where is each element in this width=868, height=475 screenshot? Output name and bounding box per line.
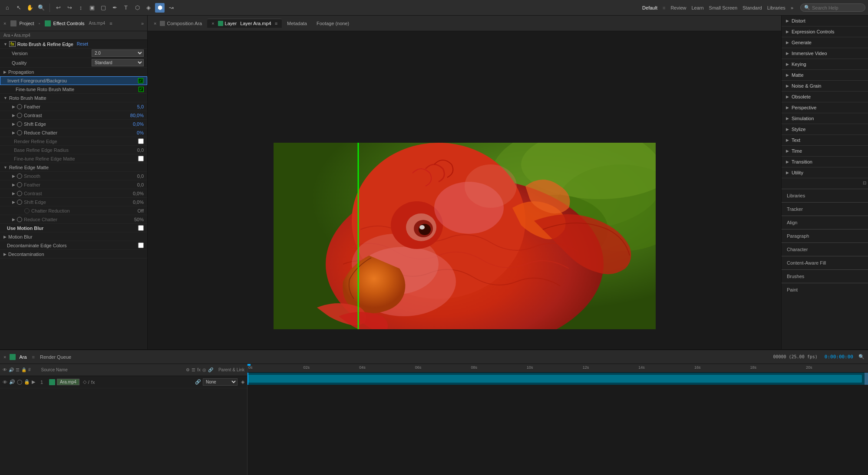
right-brushes[interactable]: Brushes (782, 272, 868, 281)
roto-matte-chevron[interactable]: ▼ (3, 96, 7, 100)
utility-section[interactable]: ▶ Utility (782, 167, 868, 178)
bt-audio-icon[interactable]: 🔊 (9, 367, 14, 372)
reset-button[interactable]: Reset (77, 42, 88, 46)
feather-cycle-icon[interactable] (17, 104, 22, 109)
workspace-learn[interactable]: Learn (691, 5, 703, 10)
layer-solo-btn[interactable]: ◇ (83, 379, 86, 385)
contrast2-chevron[interactable]: ▶ (12, 191, 15, 196)
right-tracker[interactable]: Tracker (782, 204, 868, 214)
workspace-libraries[interactable]: Libraries (767, 5, 785, 10)
bt-solo-icon[interactable]: ☰ (16, 367, 20, 372)
invert-row[interactable]: Invert Foreground/Backgrou ✓ (0, 76, 147, 85)
reduce-chatter-chevron[interactable]: ▶ (12, 131, 15, 135)
bt-mode-icon[interactable]: ☰ (191, 367, 195, 372)
finetune-checkbox[interactable]: ✓ (139, 87, 144, 92)
matte-section[interactable]: ▶ Matte (782, 70, 868, 81)
immersive-video-section[interactable]: ▶ Immersive Video (782, 48, 868, 59)
search-input[interactable] (812, 5, 860, 10)
generate-section[interactable]: ▶ Generate (782, 37, 868, 48)
workspace-review[interactable]: Review (670, 5, 686, 10)
right-libraries[interactable]: Libraries (782, 191, 868, 200)
ec-menu[interactable]: ≡ (109, 21, 112, 26)
effect-controls-tab[interactable]: Effect Controls (53, 21, 85, 26)
feather2-chevron[interactable]: ▶ (12, 183, 15, 187)
roto-icon active[interactable]: ⬢ (155, 3, 165, 13)
render-refine-checkbox[interactable] (138, 138, 144, 144)
smooth-chevron[interactable]: ▶ (12, 174, 15, 178)
smooth-cycle-icon[interactable] (17, 174, 22, 179)
bt-motion-icon[interactable]: ◎ (202, 367, 206, 372)
expression-controls-section[interactable]: ▶ Expression Controls (782, 26, 868, 37)
transition-section[interactable]: ▶ Transition (782, 157, 868, 167)
panel-expand[interactable]: » (141, 21, 144, 26)
shift-edge-cycle-icon[interactable] (17, 121, 22, 127)
search-box[interactable]: 🔍 (800, 3, 865, 12)
workspace-default[interactable]: Default (642, 5, 657, 10)
eraser-icon[interactable]: ◈ (144, 3, 153, 13)
layer-solo[interactable]: ◯ (17, 379, 22, 385)
project-tab[interactable]: Project (19, 21, 34, 26)
layer-name-box[interactable]: Ara.mp4 (57, 379, 79, 385)
zoom-icon[interactable]: 🔍 (36, 3, 46, 13)
feather-value[interactable]: 5,0 (118, 104, 144, 109)
bt-tab-render-queue[interactable]: Render Queue (40, 354, 71, 360)
shift-edge2-value[interactable]: 0,0% (118, 200, 144, 205)
bt-label-icon[interactable]: # (28, 367, 31, 372)
feather2-cycle-icon[interactable] (17, 182, 22, 187)
distort-section[interactable]: ▶ Distort (782, 16, 868, 26)
bt-fx-icon[interactable]: fx (197, 367, 201, 372)
reduce-chatter2-chevron[interactable]: ▶ (12, 217, 15, 222)
shape-icon[interactable]: ▢ (99, 3, 108, 13)
time-section[interactable]: ▶ Time (782, 146, 868, 157)
layer-link-icon[interactable]: 🔗 (195, 379, 201, 385)
text-section[interactable]: ▶ Text (782, 135, 868, 146)
bt-lock-icon[interactable]: 🔒 (21, 367, 26, 372)
tab-layer[interactable]: × Layer Layer Ara.mp4 ≡ (207, 19, 282, 28)
decontaminate-checkbox[interactable] (138, 242, 144, 248)
keying-section[interactable]: ▶ Keying (782, 59, 868, 70)
propagation-chevron[interactable]: ▶ (3, 70, 7, 74)
right-content-aware[interactable]: Content-Aware Fill (782, 258, 868, 268)
layer-eye[interactable]: 👁 (3, 380, 7, 385)
smooth-value[interactable]: 0,0 (118, 174, 144, 179)
base-refine-value[interactable]: 0,0 (118, 147, 144, 153)
bt-tab-ara[interactable]: Ara (19, 354, 26, 360)
use-motion-blur-checkbox[interactable] (138, 225, 144, 231)
motion-blur-chevron[interactable]: ▶ (3, 235, 7, 239)
layer-motion-btn[interactable]: fx (91, 380, 95, 385)
chatter-reduction-value[interactable]: Off (118, 208, 144, 213)
contrast-cycle-icon[interactable] (17, 113, 22, 118)
contrast2-cycle-icon[interactable] (17, 191, 22, 196)
undo-icon[interactable]: ↩ (53, 3, 63, 13)
transform-icon[interactable]: ↕ (76, 3, 86, 13)
comp-close[interactable]: × (154, 21, 156, 26)
reduce-chatter2-cycle-icon[interactable] (17, 217, 22, 222)
project-close[interactable]: × (3, 21, 6, 26)
feather-chevron[interactable]: ▶ (12, 105, 15, 109)
mask-icon[interactable]: ▣ (87, 3, 97, 13)
bt-switches-icon[interactable]: ⚙ (186, 367, 190, 372)
version-select[interactable]: 2.0 1.0 (92, 49, 144, 57)
noise-grain-section[interactable]: ▶ Noise & Grain (782, 81, 868, 92)
layer-expand[interactable]: ▶ (32, 379, 39, 385)
contrast-chevron[interactable]: ▶ (12, 113, 15, 118)
right-character[interactable]: Character (782, 245, 868, 254)
layer-lock[interactable]: 🔒 (24, 379, 30, 385)
refine-matte-chevron[interactable]: ▼ (3, 165, 7, 170)
tab-footage[interactable]: Footage (none) (312, 19, 353, 28)
reduce-chatter2-value[interactable]: 50% (118, 217, 144, 222)
layer-audio[interactable]: 🔊 (9, 379, 15, 385)
tab-metadata[interactable]: Metadata (283, 19, 311, 28)
shift-edge-chevron[interactable]: ▶ (12, 122, 15, 126)
right-align[interactable]: Align (782, 218, 868, 227)
reduce-chatter-cycle-icon[interactable] (17, 130, 22, 135)
shift-edge2-cycle-icon[interactable] (17, 200, 22, 205)
invert-checkbox[interactable]: ✓ (138, 78, 143, 83)
workspace-smallscreen[interactable]: Small Screen (709, 5, 737, 10)
contrast2-value[interactable]: 0,0% (118, 191, 144, 196)
home-icon[interactable]: ⌂ (3, 3, 12, 13)
pen-icon[interactable]: ✒ (110, 3, 119, 13)
quality-select[interactable]: Standard Best Draft (92, 59, 144, 66)
obsolete-section[interactable]: ▶ Obsolete (782, 92, 868, 102)
reduce-chatter-value[interactable]: 0% (118, 130, 144, 135)
